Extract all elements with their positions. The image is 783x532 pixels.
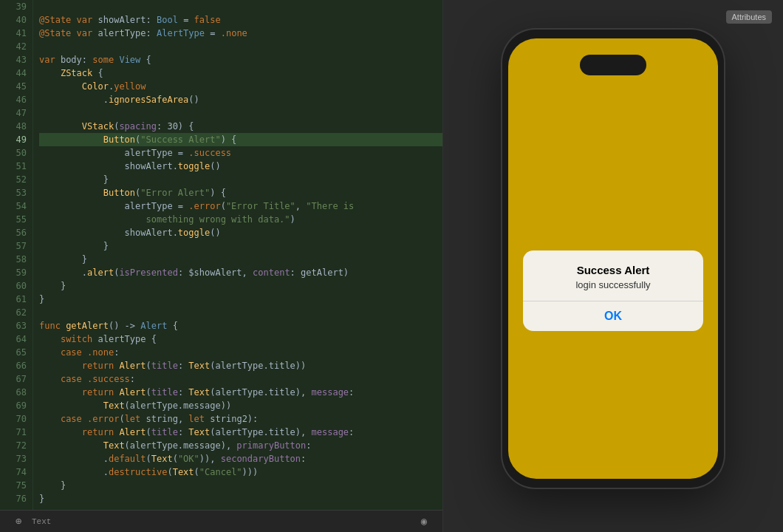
code-line: } bbox=[39, 479, 442, 492]
code-line bbox=[39, 40, 442, 53]
code-line: switch alertType { bbox=[39, 332, 442, 346]
code-line: @State var showAlert: Bool = false bbox=[39, 13, 442, 27]
code-editor: 39 40 41 42 43 44 45 46 47 48 49 50 51 5… bbox=[0, 0, 443, 532]
code-line: alertType = .error("Error Title", "There… bbox=[39, 200, 442, 213]
code-line: .ignoresSafeArea() bbox=[39, 93, 442, 106]
code-line: var body: some View { bbox=[39, 53, 442, 66]
alert-title: Success Alert bbox=[535, 264, 691, 276]
code-line: .default(Text("OK")), secondaryButton: bbox=[39, 452, 442, 466]
code-line: Button("Error Alert") { bbox=[39, 186, 442, 200]
code-line: .destructive(Text("Cancel"))) bbox=[39, 466, 442, 479]
attributes-button[interactable]: Attributes bbox=[726, 10, 772, 24]
code-line: } bbox=[39, 492, 442, 505]
code-line: showAlert.toggle() bbox=[39, 226, 442, 239]
code-line: return Alert(title: Text(alertType.title… bbox=[39, 386, 442, 399]
code-line: } bbox=[39, 279, 442, 293]
code-content: @State var showAlert: Bool = false @Stat… bbox=[33, 0, 442, 532]
code-line bbox=[39, 0, 442, 13]
code-line: } bbox=[39, 239, 442, 253]
code-line: } bbox=[39, 293, 442, 306]
code-line: showAlert.toggle() bbox=[39, 160, 442, 173]
bottom-icon-right[interactable]: ◉ bbox=[417, 514, 431, 529]
code-line: something wrong with data.") bbox=[39, 213, 442, 226]
code-line: Button("Success Alert") { bbox=[39, 133, 442, 146]
phone-screen: Success Alert login successfully OK bbox=[508, 38, 718, 479]
preview-toolbar: Attributes bbox=[443, 7, 783, 30]
code-line: return Alert(title: Text(alertType.title… bbox=[39, 359, 442, 372]
preview-panel: Attributes Success Alert login successfu… bbox=[443, 0, 783, 532]
alert-message: login successfully bbox=[535, 279, 691, 290]
code-line: case .success: bbox=[39, 372, 442, 386]
phone-mockup: Success Alert login successfully OK bbox=[502, 30, 724, 488]
editor-bottom-bar: ⊕ Text ◉ bbox=[0, 510, 442, 532]
code-line: func getAlert() -> Alert { bbox=[39, 319, 442, 332]
code-line: @State var alertType: AlertType = .none bbox=[39, 27, 442, 40]
code-line: VStack(spacing: 30) { bbox=[39, 120, 442, 133]
code-line: } bbox=[39, 173, 442, 186]
code-line: alertType = .success bbox=[39, 146, 442, 160]
code-line: Text(alertType.message), primaryButton: bbox=[39, 439, 442, 452]
code-line: case .error(let string, let string2): bbox=[39, 412, 442, 426]
code-line bbox=[39, 306, 442, 319]
bottom-icon-left[interactable]: ⊕ bbox=[11, 514, 26, 529]
code-line: Color.yellow bbox=[39, 80, 442, 93]
code-line bbox=[39, 106, 442, 120]
alert-ok-button[interactable]: OK bbox=[523, 301, 703, 331]
code-line: } bbox=[39, 253, 442, 266]
code-line: ZStack { bbox=[39, 66, 442, 80]
code-line: case .none: bbox=[39, 346, 442, 359]
code-line: Text(alertType.message)) bbox=[39, 399, 442, 412]
code-line: return Alert(title: Text(alertType.title… bbox=[39, 426, 442, 439]
bottom-text-label: Text bbox=[32, 517, 51, 526]
code-line: .alert(isPresented: $showAlert, content:… bbox=[39, 266, 442, 279]
alert-content: Success Alert login successfully bbox=[523, 250, 703, 290]
alert-dialog: Success Alert login successfully OK bbox=[523, 250, 703, 331]
line-numbers: 39 40 41 42 43 44 45 46 47 48 49 50 51 5… bbox=[0, 0, 33, 532]
dynamic-island bbox=[580, 55, 646, 75]
